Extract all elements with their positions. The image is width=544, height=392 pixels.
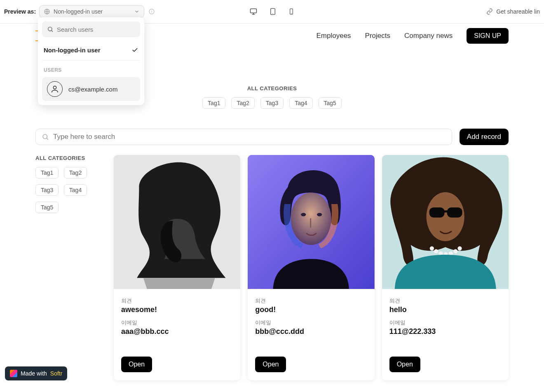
card-body: 의견 hello 이메일 111@222.333 Open [382,289,509,380]
mobile-icon[interactable] [288,7,295,16]
option-label: Non-logged-in user [44,47,101,54]
field-value-opinion: good! [255,305,367,314]
field-label-opinion: 의견 [255,297,367,305]
badge-prefix: Made with [21,370,47,377]
svg-line-12 [52,31,53,32]
chevron-down-icon [134,9,140,14]
card: 의견 good! 이메일 bbb@ccc.ddd Open [248,155,374,380]
open-button[interactable]: Open [255,357,286,372]
svg-point-20 [317,213,322,216]
check-icon [131,46,138,54]
preview-bar: Preview as: Non-logged-in user [0,0,544,23]
card: 의견 awesome! 이메일 aaa@bbb.ccc Open [114,155,240,380]
preview-user-value: Non-logged-in user [54,8,103,15]
tag-chip[interactable]: Tag2 [64,167,87,178]
link-icon [486,8,493,15]
main-search[interactable] [35,129,452,145]
field-label-opinion: 의견 [121,297,233,305]
search-icon [47,26,54,33]
get-shareable-link[interactable]: Get shareable lin [486,8,540,15]
tag-chip[interactable]: Tag2 [231,97,254,109]
nav-employees[interactable]: Employees [317,32,351,40]
softr-logo-icon [10,370,17,377]
search-icon [42,133,49,141]
field-value-email: bbb@ccc.ddd [255,327,367,336]
desktop-icon[interactable] [249,7,258,16]
search-input[interactable] [53,133,446,141]
search-row: Add record [0,129,544,145]
svg-point-26 [429,246,434,250]
signup-button[interactable]: SIGN UP [467,28,509,44]
preview-user-select[interactable]: Non-logged-in user [39,5,144,18]
nav-news[interactable]: Company news [404,32,453,40]
user-option[interactable]: cs@example.com [42,77,140,101]
tag-chip[interactable]: Tag5 [319,97,342,109]
tag-chip[interactable]: Tag1 [35,167,59,178]
tag-chip[interactable]: Tag1 [202,97,225,109]
field-value-email: 111@222.333 [389,327,501,336]
card-image [248,155,374,289]
users-section-label: USERS [42,65,140,77]
card-image [114,155,240,289]
card-image [382,155,509,289]
open-button[interactable]: Open [121,357,152,372]
preview-user-dropdown: Non-logged-in user USERS cs@example.com [38,17,144,105]
field-value-opinion: awesome! [121,305,233,314]
svg-point-3 [151,10,152,10]
card-grid: 의견 awesome! 이메일 aaa@bbb.ccc Open [114,155,509,380]
user-email: cs@example.com [68,86,117,93]
svg-point-19 [301,213,306,216]
site-nav: Employees Projects Company news SIGN UP [317,28,509,44]
card-body: 의견 good! 이메일 bbb@ccc.ddd Open [248,289,374,380]
svg-rect-25 [443,210,448,212]
card-body: 의견 awesome! 이메일 aaa@bbb.ccc Open [114,289,240,380]
preview-as-label: Preview as: [4,8,36,15]
svg-rect-23 [429,207,444,218]
device-switcher [249,7,295,16]
user-search-box[interactable] [42,21,140,37]
tag-chip[interactable]: Tag4 [289,97,312,109]
badge-brand: Softr [50,370,63,377]
card: 의견 hello 이메일 111@222.333 Open [382,155,509,380]
user-avatar-icon [47,81,63,97]
svg-point-13 [53,86,56,89]
globe-icon [44,8,50,15]
open-button[interactable]: Open [389,357,420,372]
tablet-icon[interactable] [269,7,277,16]
svg-point-32 [457,246,462,250]
field-value-email: aaa@bbb.ccc [121,327,233,336]
svg-point-11 [48,27,52,31]
share-link-label: Get shareable lin [496,8,540,15]
field-label-email: 이메일 [389,319,501,326]
svg-point-31 [453,249,457,254]
content-area: ALL CATEGORIES Tag1 Tag2 Tag3 Tag4 Tag5 … [0,145,544,380]
svg-rect-4 [251,9,257,13]
svg-point-14 [43,134,47,139]
tag-chip[interactable]: Tag3 [35,184,59,196]
add-record-button[interactable]: Add record [460,129,509,145]
field-value-opinion: hello [389,305,501,314]
field-label-email: 이메일 [121,319,233,326]
nav-projects[interactable]: Projects [365,32,390,40]
tag-chip[interactable]: Tag4 [64,184,87,196]
option-non-logged-in[interactable]: Non-logged-in user [42,42,140,61]
svg-line-15 [47,138,48,139]
svg-rect-24 [447,207,462,218]
made-with-softr-badge[interactable]: Made with Softr [5,366,67,380]
field-label-email: 이메일 [255,319,367,326]
field-label-opinion: 의견 [389,297,501,305]
sidebar-categories: ALL CATEGORIES Tag1 Tag2 Tag3 Tag4 Tag5 [35,155,106,380]
user-search-input[interactable] [57,26,135,33]
tag-chip[interactable]: Tag5 [35,202,59,213]
svg-point-27 [434,249,438,254]
info-icon[interactable] [148,8,155,15]
categories-label: ALL CATEGORIES [35,155,106,161]
tag-chip[interactable]: Tag3 [260,97,284,109]
